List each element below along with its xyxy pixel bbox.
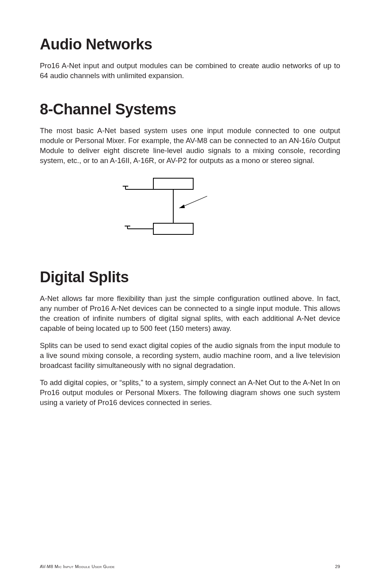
footer-page-number: 29 — [335, 564, 340, 569]
section-8-channel-systems: 8-Channel Systems The most basic A-Net b… — [40, 101, 340, 245]
paragraph: To add digital copies, or “splits,” to a… — [40, 378, 340, 408]
footer-title: AV-M8 Mic Input Module User Guide — [40, 564, 115, 569]
heading-digital-splits: Digital Splits — [40, 269, 340, 286]
footer: AV-M8 Mic Input Module User Guide 29 — [40, 564, 340, 569]
box-av-m8 — [153, 178, 193, 189]
arrowhead-icon — [179, 205, 185, 208]
section-digital-splits: Digital Splits A-Net allows far more fle… — [40, 269, 340, 408]
box-an-16o — [153, 223, 193, 234]
paragraph: Pro16 A-Net input and output modules can… — [40, 61, 340, 81]
paragraph: A-Net allows far more flexibility than j… — [40, 294, 340, 334]
paragraph: The most basic A-Net based system uses o… — [40, 126, 340, 166]
heading-8-channel-systems: 8-Channel Systems — [40, 101, 340, 118]
paragraph: Splits can be used to send exact digital… — [40, 341, 340, 371]
diagram-svg — [68, 175, 307, 243]
diagram-8-channel — [68, 175, 340, 245]
heading-audio-networks: Audio Networks — [40, 36, 340, 53]
section-audio-networks: Audio Networks Pro16 A-Net input and out… — [40, 36, 340, 81]
